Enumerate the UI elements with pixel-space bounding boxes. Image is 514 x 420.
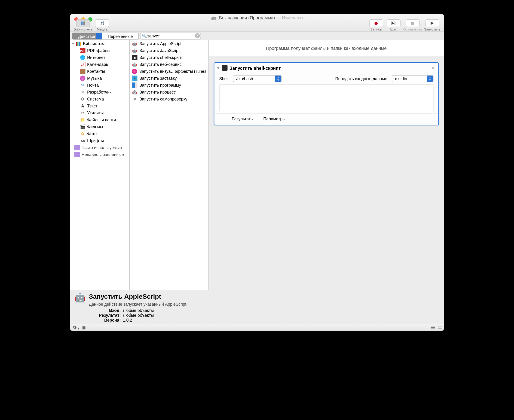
library-item[interactable]: AaШрифты: [70, 137, 130, 144]
action-item[interactable]: ✦Запустить заставку: [130, 75, 209, 82]
action-item-label: Запустить визуа…эффекты iTunes: [139, 69, 206, 74]
library-folder[interactable]: Недавно…бавленные: [70, 151, 130, 158]
disclosure-icon: ▼: [72, 42, 75, 45]
globe-icon: 🌐: [80, 55, 85, 60]
stop-icon: [411, 22, 414, 25]
library-item-label: Календарь: [87, 62, 108, 67]
library-item[interactable]: ✉Почта: [70, 82, 130, 89]
action-close-button[interactable]: ✕: [431, 65, 435, 71]
record-button[interactable]: Запись: [368, 19, 384, 31]
automator-window: 🤖 Без названия (Программа) — Изменено Би…: [70, 14, 444, 331]
library-item[interactable]: ✂Утилиты: [70, 110, 130, 116]
movie-icon: 🎬: [80, 124, 85, 130]
library-item-label: Шрифты: [87, 138, 104, 143]
segment-variables[interactable]: Переменные: [102, 33, 139, 39]
library-root[interactable]: ▼ Библиотека: [70, 40, 130, 47]
actions-variables-segment[interactable]: Действия Переменные: [72, 33, 139, 39]
library-item[interactable]: 🌐Интернет: [70, 54, 130, 61]
library-item[interactable]: AТекст: [70, 103, 130, 110]
clear-search-button[interactable]: ✕: [195, 33, 200, 38]
library-item[interactable]: ✕Разработчик: [70, 89, 130, 96]
library-item-label: Разработчик: [87, 90, 111, 95]
gear-icon: [72, 325, 77, 330]
shell-select[interactable]: /bin/bash: [233, 75, 282, 82]
workflow-canvas[interactable]: Программа получает файлы и папки как вхо…: [209, 40, 444, 290]
library-item-label: PDF-файлы: [87, 48, 110, 53]
library-item[interactable]: ✿Фото: [70, 130, 130, 137]
library-item[interactable]: 🎬Фильмы: [70, 123, 130, 130]
library-item-label: Файлы и папки: [87, 118, 116, 122]
action-item[interactable]: 🤖Запустить JavaScript: [130, 47, 209, 54]
stop-label: Остановить: [403, 28, 422, 31]
gearwrench-icon: ✕: [132, 96, 137, 102]
dev-icon: ✕: [80, 90, 85, 95]
library-item[interactable]: PDFPDF-файлы: [70, 47, 130, 54]
library-folder-label: Недавно…бавленные: [82, 152, 124, 157]
photo-icon: ✿: [80, 131, 85, 136]
action-item-label: Запустить заставку: [140, 76, 177, 81]
action-item-label: Запустить JavaScript: [140, 48, 180, 53]
step-button[interactable]: Шаг: [386, 19, 401, 31]
library-item[interactable]: ⚙Система: [70, 96, 130, 103]
term-icon: ■: [132, 55, 137, 60]
media-toolbar-button[interactable]: 🎵 Медиа: [95, 19, 110, 31]
segment-actions[interactable]: Действия: [72, 33, 102, 39]
library-item-label: Фильмы: [87, 125, 103, 129]
info-version-key: Версия:: [89, 318, 121, 323]
robot-icon: 🤖: [132, 90, 137, 95]
action-item[interactable]: Запустить визуа…эффекты iTunes: [130, 68, 209, 75]
library-folder[interactable]: Часто используемые: [70, 144, 130, 151]
action-item[interactable]: Запустить программу: [130, 82, 209, 89]
action-item[interactable]: ✕Запустить самопроверку: [130, 96, 209, 103]
action-item[interactable]: ■Запустить shell-скрипт: [130, 54, 209, 61]
step-label: Шаг: [390, 28, 397, 31]
chevrons-icon: [276, 76, 280, 82]
music-icon: ♪: [80, 75, 85, 81]
toggle-info-button[interactable]: ▣: [82, 325, 85, 330]
search-input[interactable]: [140, 33, 201, 39]
parameters-tab[interactable]: Параметры: [263, 116, 285, 121]
gear-menu-button[interactable]: ▾: [72, 325, 79, 330]
library-item[interactable]: 📁Файлы и папки: [70, 116, 130, 123]
search-field-wrap: 🔍 ✕: [140, 33, 201, 39]
library-root-label: Библиотека: [83, 41, 106, 46]
library-item[interactable]: Контакты: [70, 68, 130, 75]
action-item-label: Запустить веб-сервис: [140, 62, 182, 67]
variables-view-button[interactable]: [438, 326, 442, 329]
shell-label: Shell:: [219, 76, 230, 81]
gear-icon: ⚙: [80, 96, 85, 102]
action-info-panel: 🤖 Запустить AppleScript Данное действие …: [70, 290, 444, 324]
cal-icon: 17: [80, 62, 85, 67]
record-label: Запись: [370, 28, 382, 31]
library-folder-label: Часто используемые: [82, 145, 122, 150]
pass-input-select[interactable]: в stdin: [392, 75, 434, 82]
action-item[interactable]: 🤖Запустить процесс: [130, 89, 209, 96]
run-button[interactable]: Запустить: [424, 19, 440, 31]
workflow-input-hint: Программа получает файлы и папки как вхо…: [209, 40, 444, 57]
action-item-label: Запустить shell-скрипт: [140, 55, 183, 60]
library-item[interactable]: ♪Музыка: [70, 75, 130, 82]
util-icon: ✂: [80, 110, 85, 116]
action-item[interactable]: 🤖Запустить AppleScript: [130, 40, 209, 47]
action-item-label: Запустить AppleScript: [140, 41, 181, 46]
action-item[interactable]: 🤖Запустить веб-сервис: [130, 61, 209, 68]
log-view-button[interactable]: [431, 326, 435, 329]
library-toolbar-button[interactable]: Библиотека: [74, 19, 93, 31]
action-title: Запустить shell-скрипт: [229, 65, 280, 71]
shell-value: /bin/bash: [236, 76, 253, 81]
main-body: ▼ Библиотека PDFPDF-файлы🌐Интернет17Кале…: [70, 40, 444, 290]
titlebar: 🤖 Без названия (Программа) — Изменено Би…: [70, 14, 444, 32]
action-item-label: Запустить программу: [140, 83, 181, 88]
status-bar: ▾ ▣: [70, 324, 444, 331]
sidebar-toolbar: Действия Переменные 🔍 ✕: [70, 32, 444, 40]
shell-script-input[interactable]: [219, 84, 434, 111]
library-item[interactable]: 17Календарь: [70, 61, 130, 68]
smart-folder-icon: [75, 152, 80, 157]
finder-icon: [132, 82, 137, 88]
play-icon: [431, 22, 434, 25]
disclosure-icon[interactable]: ▼: [217, 66, 220, 70]
library-item-label: Музыка: [87, 76, 102, 81]
results-tab[interactable]: Результаты: [232, 116, 254, 121]
library-item-label: Контакты: [87, 69, 105, 74]
actions-column: 🤖Запустить AppleScript🤖Запустить JavaScr…: [130, 40, 209, 290]
